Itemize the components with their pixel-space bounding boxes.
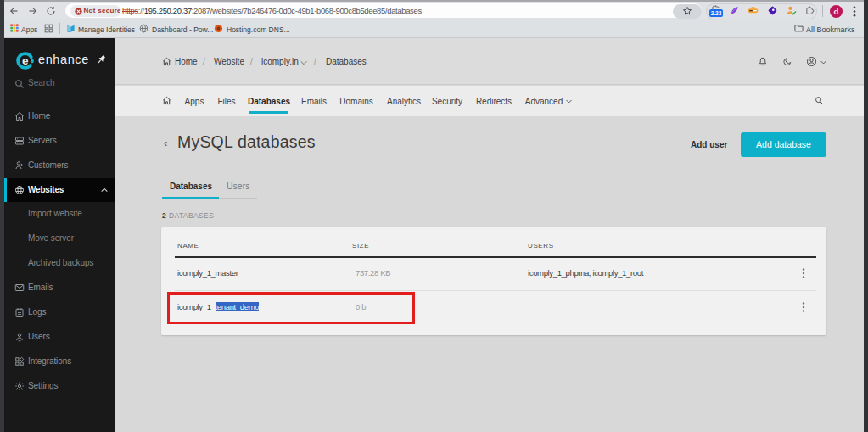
svg-text:e: e	[22, 54, 29, 67]
